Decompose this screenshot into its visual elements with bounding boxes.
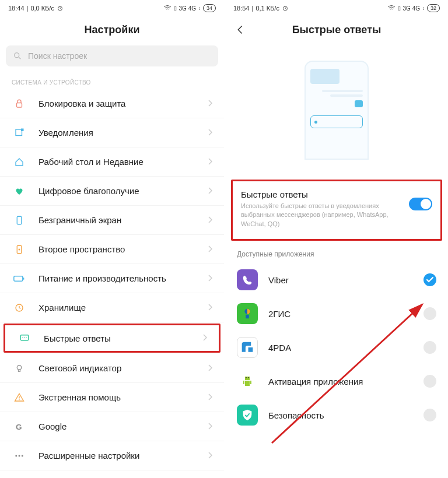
quick-replies-toggle-card: Быстрые ответы Используйте быстрые ответ… bbox=[231, 180, 442, 241]
row-label: Уведомления bbox=[38, 128, 93, 138]
lock-icon bbox=[12, 99, 27, 109]
app-activation[interactable]: Активация приложения bbox=[225, 364, 448, 398]
app-label: Viber bbox=[268, 275, 289, 285]
svg-point-30 bbox=[424, 341, 436, 354]
illustration bbox=[225, 43, 448, 176]
app-icon bbox=[237, 405, 258, 426]
app-icon bbox=[237, 269, 258, 290]
row-label: Google bbox=[38, 421, 66, 431]
chevron-right-icon bbox=[208, 99, 212, 109]
app-4pda[interactable]: 4PDA bbox=[225, 331, 448, 364]
app-2gis[interactable]: 2ГИС bbox=[225, 297, 448, 331]
row-label: Хранилище bbox=[38, 303, 86, 312]
heart-icon bbox=[12, 186, 27, 196]
svg-rect-31 bbox=[245, 377, 250, 380]
status-battery: 34 bbox=[203, 4, 216, 12]
settings-notifications[interactable]: Уведомления bbox=[0, 118, 224, 147]
chevron-right-icon bbox=[208, 244, 212, 255]
chevron-right-icon bbox=[208, 128, 212, 138]
settings-second-space[interactable]: Второе пространство bbox=[0, 235, 224, 264]
chevron-left-icon bbox=[235, 24, 246, 35]
search-input[interactable]: Поиск настроек bbox=[6, 45, 218, 66]
section-header: СИСТЕМА И УСТРОЙСТВО bbox=[0, 71, 224, 89]
app-security[interactable]: Безопасность bbox=[225, 398, 448, 432]
alarm-icon bbox=[282, 5, 289, 12]
app-checkbox[interactable] bbox=[424, 409, 436, 421]
svg-point-21 bbox=[15, 455, 17, 456]
app-label: 4PDA bbox=[268, 343, 291, 353]
svg-rect-27 bbox=[246, 315, 249, 318]
settings-fullscreen[interactable]: Безграничный экран bbox=[0, 206, 224, 235]
notif-icon bbox=[12, 128, 27, 138]
search-placeholder: Поиск настроек bbox=[28, 51, 87, 61]
svg-point-33 bbox=[248, 377, 249, 378]
chevron-right-icon bbox=[208, 157, 212, 167]
settings-quick-replies[interactable]: Быстрые ответы bbox=[4, 324, 220, 353]
chevron-right-icon bbox=[208, 392, 212, 403]
chevron-right-icon bbox=[208, 215, 212, 226]
header: Быстрые ответы bbox=[225, 16, 448, 43]
app-viber[interactable]: Viber bbox=[225, 263, 448, 297]
svg-text:G: G bbox=[16, 422, 22, 431]
row-label: Быстрые ответы bbox=[44, 333, 111, 343]
settings-screen: 18:44 | 0,0 КБ/с ▯ 3G 4G ↕ 34 Настройки … bbox=[0, 0, 224, 478]
quick-replies-toggle[interactable] bbox=[409, 198, 432, 210]
status-net: 0,0 КБ/с bbox=[30, 5, 54, 12]
svg-rect-29 bbox=[249, 347, 253, 352]
chevron-right-icon bbox=[208, 273, 212, 284]
svg-rect-6 bbox=[17, 216, 22, 224]
row-label: Рабочий стол и Недавние bbox=[38, 157, 144, 167]
available-apps-header: Доступные приложения bbox=[225, 248, 448, 263]
chevron-right-icon bbox=[202, 333, 207, 343]
back-button[interactable] bbox=[233, 23, 247, 37]
settings-lock[interactable]: Блокировка и защита bbox=[0, 89, 224, 118]
settings-storage[interactable]: Хранилище bbox=[0, 293, 224, 322]
settings-wellbeing[interactable]: Цифровое благополучие bbox=[0, 177, 224, 206]
toggle-title: Быстрые ответы bbox=[241, 189, 404, 199]
settings-advanced[interactable]: Расширенные настройки bbox=[0, 441, 224, 470]
settings-list: Блокировка и защита Уведомления Рабочий … bbox=[0, 89, 224, 478]
svg-rect-36 bbox=[250, 381, 251, 384]
app-label: Безопасность bbox=[268, 410, 324, 420]
settings-sos[interactable]: Экстренная помощь bbox=[0, 383, 224, 412]
app-checkbox[interactable] bbox=[424, 375, 436, 388]
svg-point-14 bbox=[24, 338, 25, 339]
app-checkbox[interactable] bbox=[424, 273, 436, 286]
chevron-right-icon bbox=[208, 186, 212, 196]
svg-point-22 bbox=[19, 455, 20, 456]
app-checkbox[interactable] bbox=[424, 341, 436, 354]
svg-line-2 bbox=[19, 57, 20, 59]
svg-point-23 bbox=[22, 455, 23, 456]
row-label: Экстренная помощь bbox=[38, 392, 121, 402]
search-icon bbox=[13, 51, 22, 61]
settings-home-recents[interactable]: Рабочий стол и Недавние bbox=[0, 147, 224, 177]
app-icon bbox=[237, 371, 258, 392]
app-list: Viber 2ГИС 4PDA Активация приложения Без… bbox=[225, 263, 448, 432]
status-net: 0,1 КБ/с bbox=[256, 5, 279, 12]
row-label: Цифровое благополучие bbox=[38, 186, 139, 196]
chevron-right-icon bbox=[208, 363, 212, 374]
status-time: 18:54 bbox=[233, 5, 250, 12]
app-label: Активация приложения bbox=[268, 377, 363, 386]
svg-rect-4 bbox=[16, 129, 22, 136]
status-bar: 18:44 | 0,0 КБ/с ▯ 3G 4G ↕ 34 bbox=[0, 0, 224, 16]
wifi-icon bbox=[387, 5, 396, 11]
batt-icon bbox=[12, 275, 27, 283]
svg-point-19 bbox=[19, 399, 20, 400]
settings-google[interactable]: G Google bbox=[0, 412, 224, 441]
svg-rect-34 bbox=[245, 381, 250, 386]
svg-rect-35 bbox=[243, 381, 244, 384]
home-icon bbox=[12, 157, 27, 167]
svg-point-15 bbox=[26, 338, 27, 339]
store-icon bbox=[12, 303, 27, 313]
settings-led[interactable]: Световой индикатор bbox=[0, 354, 224, 383]
settings-battery-perf[interactable]: Питание и производительность bbox=[0, 264, 224, 293]
svg-point-1 bbox=[15, 53, 19, 58]
svg-rect-9 bbox=[14, 276, 23, 280]
wifi-icon bbox=[163, 5, 172, 11]
svg-rect-5 bbox=[21, 128, 24, 131]
app-checkbox[interactable] bbox=[424, 307, 436, 320]
svg-point-28 bbox=[424, 307, 436, 320]
svg-point-37 bbox=[424, 375, 436, 388]
svg-point-16 bbox=[17, 365, 22, 370]
